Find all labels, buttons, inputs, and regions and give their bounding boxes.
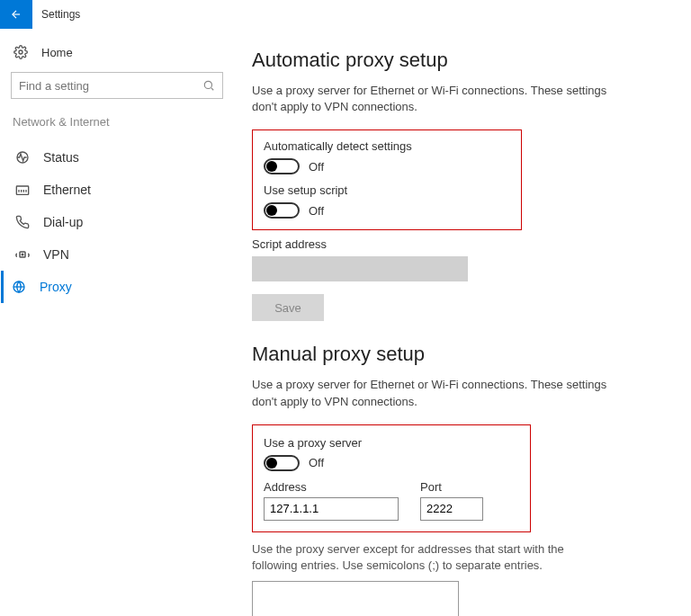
- sidebar-item-label: VPN: [43, 247, 69, 262]
- ethernet-icon: [14, 183, 31, 196]
- use-proxy-toggle[interactable]: [264, 455, 300, 471]
- sidebar-item-ethernet[interactable]: Ethernet: [11, 174, 223, 206]
- globe-icon: [11, 280, 27, 294]
- sidebar-item-label: Proxy: [40, 280, 72, 294]
- status-icon: [14, 150, 31, 165]
- sidebar-item-proxy[interactable]: Proxy: [1, 271, 223, 303]
- auto-highlight-box: Automatically detect settings Off Use se…: [252, 129, 522, 230]
- svg-point-0: [19, 50, 22, 54]
- auto-detect-state: Off: [309, 160, 324, 174]
- svg-point-1: [204, 81, 211, 88]
- setup-script-toggle[interactable]: [264, 202, 300, 219]
- vpn-icon: [14, 248, 31, 261]
- auto-description: Use a proxy server for Ethernet or Wi-Fi…: [252, 83, 612, 115]
- save-button[interactable]: Save: [252, 294, 324, 321]
- gear-icon: [13, 45, 29, 59]
- dialup-icon: [14, 215, 31, 229]
- arrow-left-icon: [10, 8, 22, 21]
- sidebar-item-status[interactable]: Status: [11, 141, 223, 174]
- search-icon: [202, 79, 215, 92]
- search-box[interactable]: [11, 72, 223, 99]
- script-address-input[interactable]: [252, 256, 468, 281]
- sidebar: Home Network & Internet Status Ethernet: [0, 29, 234, 616]
- exceptions-input[interactable]: [252, 581, 459, 616]
- sidebar-item-label: Dial-up: [43, 215, 83, 229]
- window-title: Settings: [32, 8, 80, 21]
- sidebar-item-label: Ethernet: [43, 183, 91, 197]
- sidebar-item-vpn[interactable]: VPN: [11, 238, 223, 271]
- use-proxy-label: Use a proxy server: [264, 436, 519, 450]
- sidebar-home-label: Home: [41, 46, 73, 59]
- auto-detect-label: Automatically detect settings: [264, 139, 510, 153]
- auto-detect-toggle[interactable]: [264, 158, 300, 174]
- manual-heading: Manual proxy setup: [252, 343, 664, 366]
- port-label: Port: [420, 480, 483, 494]
- main-content: Automatic proxy setup Use a proxy server…: [234, 29, 691, 616]
- manual-description: Use a proxy server for Ethernet or Wi-Fi…: [252, 377, 612, 409]
- sidebar-item-dialup[interactable]: Dial-up: [11, 206, 223, 238]
- exceptions-note: Use the proxy server except for addresse…: [252, 541, 567, 574]
- back-button[interactable]: [0, 0, 32, 29]
- address-input[interactable]: [264, 497, 399, 521]
- auto-heading: Automatic proxy setup: [252, 49, 664, 72]
- port-input[interactable]: [420, 497, 483, 521]
- script-address-label: Script address: [252, 237, 664, 251]
- manual-highlight-box: Use a proxy server Off Address Port: [252, 424, 531, 532]
- setup-script-state: Off: [309, 204, 324, 218]
- use-proxy-state: Off: [309, 456, 324, 469]
- sidebar-home[interactable]: Home: [11, 40, 223, 72]
- setup-script-label: Use setup script: [264, 183, 510, 197]
- search-input[interactable]: [19, 79, 202, 93]
- sidebar-item-label: Status: [43, 150, 79, 165]
- svg-point-5: [22, 254, 23, 255]
- sidebar-category: Network & Internet: [13, 115, 223, 129]
- address-label: Address: [264, 480, 399, 494]
